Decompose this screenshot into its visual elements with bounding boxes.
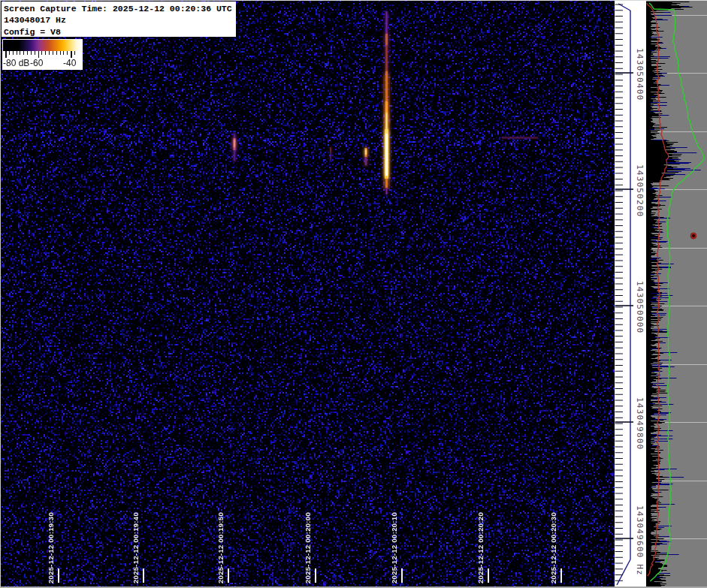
time-tick xyxy=(488,568,489,583)
spectrum-capture-screen: 2025-12-12 00:19:302025-12-12 00:19:4020… xyxy=(0,0,707,588)
colorbar-tick xyxy=(31,51,32,55)
colorbar-tick xyxy=(17,51,17,55)
colorbar-major-tick xyxy=(71,51,72,58)
time-tick xyxy=(58,568,59,583)
spectrum-panel xyxy=(646,0,707,588)
colorbar-label-minus40: -40 xyxy=(63,58,76,68)
waterfall-canvas xyxy=(0,0,615,588)
frequency-label: 143050400 xyxy=(635,48,645,101)
capture-info-box: Screen Capture Time: 2025-12-12 00:20:36… xyxy=(2,2,236,37)
time-label: 2025-12-12 00:20:30 xyxy=(549,512,557,583)
frequency-label: 143049600 Hz xyxy=(635,505,645,576)
capture-time-text: Screen Capture Time: 2025-12-12 00:20:36… xyxy=(4,3,236,14)
spectrum-canvas xyxy=(646,0,707,588)
colorbar-tick xyxy=(41,51,42,55)
colorbar-tick xyxy=(67,51,68,55)
colorbar-label-minus80db: -80 dB xyxy=(3,58,29,68)
colorbar-tick xyxy=(9,51,10,55)
frequency-label: 143050000 xyxy=(635,281,645,333)
time-label: 2025-12-12 00:20:00 xyxy=(304,512,312,583)
colorbar-tick xyxy=(49,51,50,55)
frequency-label: 143050200 xyxy=(635,164,645,217)
colorbar-gradient xyxy=(3,40,82,51)
waterfall-display: 2025-12-12 00:19:302025-12-12 00:19:4020… xyxy=(0,0,615,588)
time-label: 2025-12-12 00:20:10 xyxy=(390,512,398,583)
colorbar-major-tick xyxy=(38,51,40,58)
colorbar-tick xyxy=(63,51,64,55)
time-label: 2025-12-12 00:19:50 xyxy=(216,512,225,583)
time-tick xyxy=(315,568,316,583)
colorbar-tick xyxy=(56,51,57,55)
time-label: 2025-12-12 00:20:20 xyxy=(476,512,485,583)
colorbar-tick xyxy=(45,51,46,55)
colorbar-tick xyxy=(13,51,14,55)
time-tick xyxy=(401,568,403,583)
frequency-axis: 1430504001430502001430500001430498001430… xyxy=(615,0,646,588)
colorbar-tick xyxy=(27,51,28,55)
center-frequency-text: 143048017 Hz xyxy=(4,14,236,26)
time-tick xyxy=(143,568,144,583)
time-tick xyxy=(560,568,562,583)
colorbar-tick xyxy=(60,51,61,55)
colorbar-major-tick xyxy=(5,51,7,58)
time-label: 2025-12-12 00:19:30 xyxy=(47,512,55,583)
frequency-label: 143049800 xyxy=(635,397,645,450)
colorbar-tick xyxy=(20,51,20,55)
colorbar-labels: -80 dB -60 -40 xyxy=(2,58,83,69)
colorbar: -80 dB -60 -40 xyxy=(2,39,83,70)
colorbar-tick xyxy=(23,51,24,55)
time-tick xyxy=(228,568,229,583)
colorbar-tick xyxy=(74,51,75,55)
colorbar-tick xyxy=(35,51,35,55)
time-label: 2025-12-12 00:19:40 xyxy=(131,512,140,583)
config-text: Config = V8 xyxy=(4,26,236,38)
colorbar-tick xyxy=(53,51,53,55)
colorbar-label-minus60: -60 xyxy=(30,58,43,68)
